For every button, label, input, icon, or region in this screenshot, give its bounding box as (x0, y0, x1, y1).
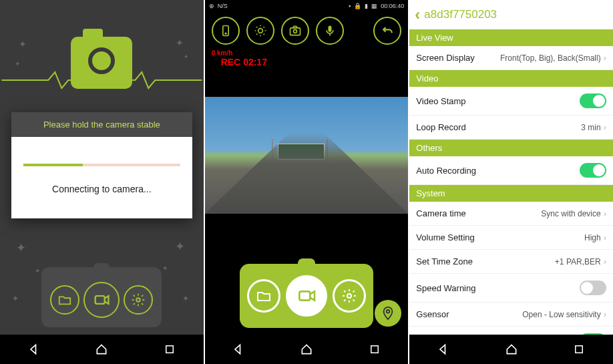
sd-card-icon: ▪ (349, 3, 351, 9)
folder-button[interactable] (50, 285, 79, 315)
row-value: High (584, 233, 601, 242)
settings-button[interactable] (333, 279, 366, 313)
row-time-zone[interactable]: Set Time Zone +1 PAR,BER › (409, 250, 613, 274)
section-video: Video (409, 70, 613, 87)
recording-info: 0 km/h REC 02:17 (205, 49, 409, 70)
sparkle-icon: ✦ (16, 240, 26, 255)
svg-rect-12 (371, 346, 378, 353)
svg-rect-0 (95, 296, 105, 304)
svg-point-10 (347, 294, 351, 298)
android-navbar (205, 335, 409, 364)
toggle-video-stamp[interactable] (580, 94, 606, 108)
settings-list[interactable]: Live View Screen Display Front(Top, Big)… (409, 29, 613, 364)
chevron-right-icon: › (604, 309, 606, 319)
toggle-auto-recording[interactable] (580, 163, 606, 178)
row-value: Sync with device (541, 209, 600, 218)
back-button[interactable] (373, 17, 401, 45)
nav-home-icon[interactable] (501, 339, 522, 359)
row-label: Volume Setting (416, 232, 584, 242)
row-label: Speed Warning (416, 283, 580, 293)
row-value: Front(Top, Big), Back(Small) (500, 53, 601, 63)
film-icon: ▦ (371, 3, 377, 9)
row-auto-recording[interactable]: Auto Recording (409, 156, 613, 185)
row-label: Camera time (416, 208, 541, 218)
nav-recent-icon[interactable] (160, 339, 180, 359)
nav-back-icon[interactable] (228, 339, 248, 359)
status-text: Connecting to camera... (23, 184, 180, 194)
nav-home-icon[interactable] (91, 339, 112, 359)
row-screen-display[interactable]: Screen Display Front(Top, Big), Back(Sma… (409, 46, 613, 70)
row-video-stamp[interactable]: Video Stamp (409, 87, 613, 116)
snapshot-button[interactable] (281, 17, 309, 45)
row-value: +1 PAR,BER (555, 257, 601, 266)
svg-point-5 (258, 29, 262, 33)
sparkle-icon: ✦ (176, 37, 184, 48)
progress-bar (23, 164, 180, 166)
svg-point-1 (137, 298, 141, 302)
dialog-header: Please hold the camera stable (11, 112, 192, 137)
chevron-right-icon: › (604, 53, 606, 63)
svg-rect-8 (328, 26, 331, 32)
row-value: Open - Low sensitivity (522, 310, 600, 319)
nav-recent-icon[interactable] (365, 339, 385, 359)
elapsed-time: 00:06:40 (381, 3, 404, 9)
mic-button[interactable] (316, 17, 344, 45)
sparkle-icon: ✦ (175, 239, 185, 254)
sparkle-icon: ✦ (182, 294, 189, 303)
row-loop-record[interactable]: Loop Record 3 min › (409, 116, 613, 140)
live-video-feed[interactable] (205, 97, 409, 214)
sparkle-icon: ✦ (19, 39, 27, 49)
sparkle-icon: ✦ (12, 294, 19, 303)
nav-back-icon[interactable] (24, 339, 44, 359)
row-label: Auto Recording (416, 166, 580, 176)
svg-rect-2 (166, 346, 174, 353)
svg-rect-9 (299, 291, 310, 300)
android-navbar (409, 335, 613, 364)
row-gsensor[interactable]: Gsensor Open - Low sensitivity › (409, 303, 613, 327)
row-volume-setting[interactable]: Volume Setting High › (409, 226, 613, 250)
svg-point-7 (293, 29, 296, 33)
sparkle-icon: ✦ (35, 267, 40, 275)
row-value: 3 min (581, 123, 600, 132)
speed-readout: 0 km/h (212, 49, 402, 57)
rec-indicator: REC 02:17 (212, 57, 402, 67)
back-chevron-icon[interactable]: ‹ (415, 5, 420, 24)
phone-mode-button[interactable] (212, 17, 240, 45)
screen-connecting: ✦ ✦ ✦ ✦ ✦ ✦ ✦ ✦ ✦ ✦ Please hold the came… (0, 0, 204, 364)
nav-back-icon[interactable] (433, 339, 453, 359)
toolbar (205, 12, 409, 49)
device-id-title: a8d3f7750203 (424, 8, 497, 21)
sparkle-icon: ✦ (162, 264, 168, 272)
svg-rect-13 (576, 346, 583, 353)
row-label: Screen Display (416, 53, 500, 63)
folder-button[interactable] (247, 279, 280, 313)
nav-home-icon[interactable] (296, 339, 317, 359)
chevron-right-icon: › (604, 122, 606, 132)
camera-logo-icon (71, 37, 132, 89)
row-speed-warning[interactable]: Speed Warning (409, 274, 613, 303)
record-button[interactable] (286, 275, 327, 317)
screen-settings: ‹ a8d3f7750203 Live View Screen Display … (409, 0, 613, 364)
settings-header: ‹ a8d3f7750203 (409, 0, 613, 29)
compass-label: N/S (218, 3, 228, 9)
settings-button[interactable] (124, 285, 153, 315)
screen-live-view: ⊕ N/S ▪ 🔒 ▮ ▦ 00:06:40 0 km/h REC 02:17 (205, 0, 409, 364)
chevron-right-icon: › (604, 256, 606, 266)
row-label: Video Stamp (416, 96, 580, 106)
svg-point-4 (225, 33, 226, 34)
bottom-action-panel (41, 267, 162, 327)
compass-icon: ⊕ (209, 3, 214, 9)
record-button[interactable] (83, 282, 120, 318)
sparkle-icon: ✦ (184, 53, 189, 60)
svg-rect-6 (290, 28, 300, 35)
connecting-dialog: Please hold the camera stable Connecting… (11, 112, 192, 218)
chevron-right-icon: › (604, 232, 606, 242)
map-button[interactable] (375, 300, 401, 327)
row-camera-time[interactable]: Camera time Sync with device › (409, 202, 613, 226)
toggle-speed-warning[interactable] (580, 281, 606, 295)
nav-recent-icon[interactable] (569, 339, 589, 359)
lock-icon: 🔒 (354, 3, 361, 9)
section-system: System (409, 185, 613, 202)
svg-point-11 (387, 310, 390, 313)
brightness-button[interactable] (246, 17, 274, 45)
